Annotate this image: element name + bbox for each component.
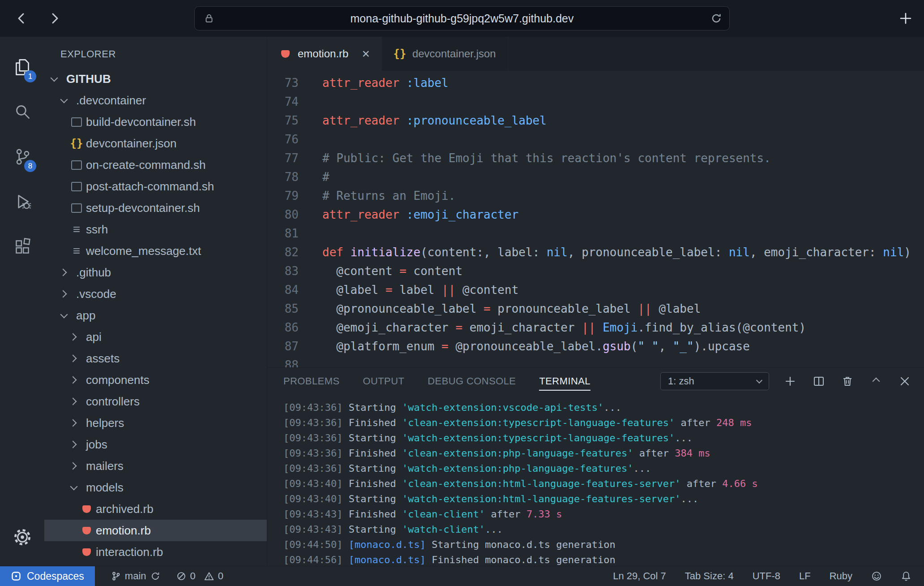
chevron-right-icon — [69, 398, 77, 405]
code-line: 86 @emoji_character = emoji_character ||… — [267, 318, 924, 337]
workbench: 1 8 EXPLOR — [0, 37, 924, 566]
new-terminal-button[interactable] — [783, 374, 798, 389]
tree-item-components[interactable]: components — [44, 369, 267, 391]
tree-item-github[interactable]: GITHUB — [44, 68, 267, 90]
line-number: 81 — [267, 224, 299, 243]
close-panel-button[interactable] — [897, 374, 912, 389]
line-number: 86 — [267, 318, 299, 337]
tree-item-mailers[interactable]: mailers — [44, 455, 267, 477]
tree-item-helpers[interactable]: helpers — [44, 412, 267, 434]
tree-item-interaction-rb[interactable]: interaction.rb — [44, 541, 267, 563]
chevron-right-icon — [69, 376, 77, 384]
tree-item-models[interactable]: models — [44, 477, 267, 498]
line-number: 80 — [267, 205, 299, 224]
browser-nav — [13, 9, 64, 27]
line-number: 88 — [267, 356, 299, 367]
forward-button[interactable] — [46, 9, 64, 27]
shell-file-icon — [70, 203, 83, 213]
tree-item-devcontainer[interactable]: .devcontainer — [44, 90, 267, 111]
tree-item-vscode[interactable]: .vscode — [44, 283, 267, 305]
terminal-picker[interactable]: 1: zsh — [660, 372, 769, 390]
code-line: 81 — [267, 224, 924, 243]
refresh-icon[interactable] — [710, 13, 722, 24]
terminal-line: [09:43:36] Starting 'watch-extension:vsc… — [283, 400, 924, 415]
url-text: mona-github-github-g59jpq2w5w7.github.de… — [222, 12, 702, 25]
indentation[interactable]: Tab Size: 4 — [685, 570, 734, 582]
tree-item-on-create-command-sh[interactable]: on-create-command.sh — [44, 154, 267, 176]
language-mode[interactable]: Ruby — [830, 570, 852, 582]
panel-tab-output[interactable]: OUTPUT — [363, 368, 404, 395]
tab-devcontainer-json[interactable]: {}devcontainer.json — [382, 37, 508, 71]
branch-status[interactable]: main — [111, 570, 160, 582]
ruby-file-icon — [80, 548, 93, 556]
cursor-position[interactable]: Ln 29, Col 7 — [613, 570, 666, 582]
terminal-line: [09:44:56] [monaco.d.ts] Finished monaco… — [283, 552, 924, 566]
explorer-view-button[interactable]: 1 — [0, 45, 44, 90]
panel-tab-terminal[interactable]: TERMINAL — [539, 368, 590, 395]
extensions-view-button[interactable] — [0, 224, 44, 269]
tree-item-build-devcontainer-sh[interactable]: build-devcontainer.sh — [44, 111, 267, 133]
tab-label: devcontainer.json — [412, 47, 496, 60]
tree-item-api[interactable]: api — [44, 326, 267, 348]
maximize-panel-button[interactable] — [868, 374, 884, 389]
source-control-view-button[interactable]: 8 — [0, 134, 44, 179]
tree-item-app[interactable]: app — [44, 305, 267, 326]
status-right: Ln 29, Col 7 Tab Size: 4 UTF-8 LF Ruby — [613, 570, 911, 582]
tree-item-jobs[interactable]: jobs — [44, 434, 267, 455]
tab-emotion-rb[interactable]: emotion.rb× — [267, 37, 382, 71]
code-line: 80attr_reader :emoji_character — [267, 205, 924, 224]
line-number: 77 — [267, 149, 299, 168]
feedback-button[interactable] — [871, 571, 882, 582]
new-tab-button[interactable] — [898, 11, 913, 26]
tree-item-label: mailers — [86, 459, 124, 473]
chevron-down-icon — [756, 377, 762, 383]
tree-item-setup-devcontainer-sh[interactable]: setup-devcontainer.sh — [44, 197, 267, 219]
panel-tabbar: PROBLEMSOUTPUTDEBUG CONSOLETERMINAL — [283, 368, 590, 395]
panel-actions: 1: zsh — [660, 372, 912, 390]
tree-item-devcontainer-json[interactable]: {}devcontainer.json — [44, 133, 267, 154]
line-number: 83 — [267, 262, 299, 280]
panel-tab-debug-console[interactable]: DEBUG CONSOLE — [428, 368, 516, 395]
address-bar[interactable]: mona-github-github-g59jpq2w5w7.github.de… — [194, 6, 730, 30]
manage-button[interactable] — [0, 515, 44, 560]
encoding[interactable]: UTF-8 — [753, 570, 780, 582]
close-icon[interactable]: × — [362, 47, 370, 60]
json-file-icon: {} — [70, 137, 83, 150]
code-line: 76 — [267, 130, 924, 149]
terminal-line: [09:43:36] Starting 'watch-extension:php… — [283, 461, 924, 476]
editor[interactable]: 73attr_reader :label7475attr_reader :pro… — [267, 71, 924, 367]
warning-count: 0 — [218, 570, 223, 582]
tree-item-emotion-rb[interactable]: emotion.rb — [44, 520, 267, 541]
code-line: 78# — [267, 168, 924, 186]
code-line: 75attr_reader :pronounceable_label — [267, 111, 924, 130]
tree-item-controllers[interactable]: controllers — [44, 391, 267, 412]
tree-item-ssrh[interactable]: ≡ssrh — [44, 219, 267, 240]
tree-item-assets[interactable]: assets — [44, 348, 267, 369]
back-button[interactable] — [13, 9, 30, 27]
kill-terminal-button[interactable] — [840, 374, 855, 389]
git-branch-icon — [111, 571, 121, 581]
chevron-right-icon — [60, 269, 67, 276]
terminal[interactable]: [09:43:36] Starting 'watch-extension:vsc… — [267, 395, 924, 566]
notifications-button[interactable] — [901, 571, 911, 582]
ruby-file-icon — [80, 527, 93, 534]
code-line: 83 @content = content — [267, 262, 924, 280]
run-debug-view-button[interactable] — [0, 179, 44, 224]
panel-tab-problems[interactable]: PROBLEMS — [283, 368, 339, 395]
ruby-file-icon — [80, 505, 93, 513]
gear-icon — [12, 527, 33, 547]
tree-item-post-attach-command-sh[interactable]: post-attach-command.sh — [44, 176, 267, 197]
terminal-line: [09:43:36] Finished 'clean-extension:typ… — [283, 415, 924, 431]
tree-item-label: .devcontainer — [76, 94, 146, 108]
remote-indicator[interactable]: Codespaces — [0, 566, 95, 586]
tree-item-archived-rb[interactable]: archived.rb — [44, 498, 267, 520]
tree-item-welcome-message-txt[interactable]: ≡welcome_message.txt — [44, 240, 267, 262]
split-terminal-button[interactable] — [811, 374, 826, 389]
problems-status[interactable]: 0 0 — [176, 570, 224, 582]
code-line: 88 — [267, 356, 924, 367]
bottom-panel: PROBLEMSOUTPUTDEBUG CONSOLETERMINAL 1: z… — [267, 367, 924, 566]
tree-item-label: on-create-command.sh — [86, 158, 205, 172]
tree-item-github[interactable]: .github — [44, 262, 267, 283]
eol-sequence[interactable]: LF — [799, 570, 811, 582]
search-view-button[interactable] — [0, 90, 44, 134]
